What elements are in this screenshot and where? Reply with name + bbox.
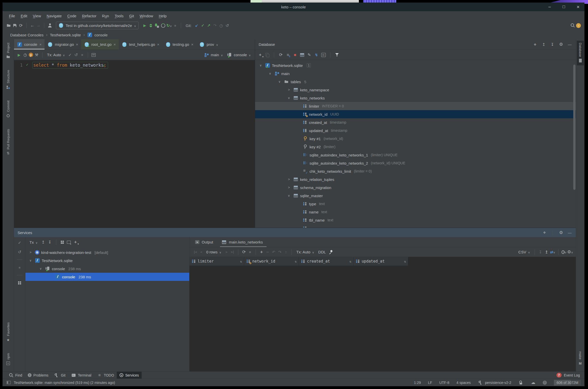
chevron-down-icon[interactable] [268, 72, 273, 75]
refresh-button[interactable] [278, 52, 283, 57]
page-size-select[interactable]: 0 rows [205, 250, 223, 254]
tab-console[interactable]: console [14, 39, 45, 50]
close-icon[interactable] [157, 42, 159, 47]
chevron-right-icon[interactable] [28, 251, 33, 254]
tab-testing-go[interactable]: testing.go [163, 39, 197, 50]
sort-arrows-icon[interactable] [295, 259, 297, 264]
run-button[interactable] [142, 23, 147, 28]
sync-button[interactable] [18, 23, 23, 28]
expand-all-button[interactable] [41, 240, 46, 245]
group-by-button[interactable] [60, 240, 65, 245]
rollback-button[interactable] [74, 52, 79, 57]
save-all-button[interactable] [12, 23, 17, 28]
settings-button[interactable] [34, 52, 39, 57]
run-configuration-combo[interactable]: Test in github.com/ory/keto/internal/e2e [56, 22, 139, 29]
ddl-button[interactable]: DDL [317, 250, 327, 254]
breadcrumb-item[interactable]: Database Consoles [10, 33, 43, 37]
stop-button[interactable] [173, 23, 178, 28]
chevron-down-icon[interactable] [28, 259, 33, 262]
service-row[interactable]: TestNetwork.sqlite [25, 256, 189, 265]
chevron-down-icon[interactable] [277, 80, 282, 83]
hide-services-button[interactable] [567, 230, 572, 235]
git-update-button[interactable] [194, 23, 199, 28]
table-column-row[interactable]: keto_networks [255, 94, 576, 102]
column-header-updated_at[interactable]: updated_at [354, 257, 408, 266]
compare-button[interactable] [550, 250, 555, 255]
tool-window-button-favorites[interactable]: Favorites [5, 320, 12, 344]
table-column-row[interactable]: TestNetwork.sqlite1 [255, 61, 576, 69]
table-column-row[interactable]: sqlite_autoindex_keto_networks_2(network… [255, 159, 576, 167]
git-cherry-pick-button[interactable] [212, 23, 217, 28]
parameters-button[interactable] [29, 53, 33, 57]
tool-window-button-find[interactable]: Find [6, 372, 25, 379]
output-console-button[interactable] [91, 52, 96, 57]
select-in-tree-button[interactable] [542, 230, 547, 235]
open-button[interactable] [6, 23, 11, 28]
menu-navigate[interactable]: Navigate [44, 14, 64, 18]
tool-window-button-structure[interactable]: Structure [5, 68, 12, 92]
session-select[interactable]: console [225, 52, 252, 57]
table-column-row[interactable]: updated_attimestamp [255, 126, 576, 135]
jump-to-console-button[interactable] [314, 52, 319, 57]
add-service-button[interactable] [73, 240, 78, 245]
reload-data-button[interactable] [241, 250, 246, 255]
schema-select[interactable]: main [202, 52, 225, 57]
tool-window-button-problems[interactable]: Problems [25, 372, 51, 379]
find-button[interactable] [277, 250, 282, 255]
table-column-row[interactable]: schema_migration [255, 183, 576, 192]
chevron-right-icon[interactable] [286, 88, 291, 92]
show-configurations-button[interactable] [17, 280, 22, 285]
ide-update-button[interactable] [576, 23, 581, 28]
memory-indicator[interactable]: 606 of 3072M [554, 380, 581, 385]
tab-root_test-go[interactable]: root_test.go [81, 39, 119, 50]
commit-button[interactable] [17, 240, 22, 245]
services-settings-button[interactable] [558, 230, 564, 235]
file-encoding[interactable]: UTF-8 [439, 381, 449, 385]
menu-window[interactable]: Window [137, 14, 156, 18]
import-data-button[interactable] [544, 250, 549, 255]
tool-window-button-make[interactable]: make [577, 349, 584, 368]
indent-size[interactable]: 4 spaces [457, 381, 471, 385]
table-column-row[interactable]: tbl_nametext [255, 216, 576, 224]
next-page-button[interactable] [224, 250, 229, 255]
select-opened-file-button[interactable] [533, 42, 538, 47]
pin-tab-button[interactable] [328, 250, 333, 255]
table-column-row[interactable]: network_idUUID [255, 110, 576, 118]
sql-statement[interactable]: select * from keto_networks; [32, 62, 108, 69]
menu-help[interactable]: Help [156, 14, 169, 18]
chevron-down-icon[interactable] [286, 96, 291, 100]
export-data-button[interactable] [538, 250, 543, 255]
rollback-button[interactable] [17, 249, 22, 254]
inspections-status-icon[interactable] [101, 63, 107, 68]
forward-button[interactable] [36, 23, 41, 28]
table-column-row[interactable]: tables5 [255, 78, 576, 86]
table-column-row[interactable]: sqlite_master [255, 192, 576, 200]
git-push-button[interactable] [206, 23, 211, 28]
export-format-select[interactable]: CSV [517, 250, 532, 254]
scrollbar-thumb[interactable] [573, 65, 576, 190]
inspections-widget[interactable] [543, 381, 547, 385]
menu-file[interactable]: File [6, 14, 18, 18]
result-grid-body[interactable] [189, 266, 576, 371]
service-row[interactable]: console238 ms [25, 265, 189, 273]
filter-button[interactable] [334, 52, 340, 57]
sort-arrows-icon[interactable] [240, 259, 242, 264]
sync-schemas-button[interactable] [285, 52, 290, 57]
service-row[interactable]: kind-watcherx-integration-test[default] [25, 248, 189, 256]
table-column-row[interactable]: chk_keto_networks_limit(limiter = 0) [255, 167, 576, 175]
column-header-limiter[interactable]: limiter [189, 257, 244, 266]
layout-icon[interactable] [6, 380, 11, 385]
tool-window-button-git[interactable]: Git [51, 372, 68, 379]
git-commit-button[interactable] [200, 23, 205, 28]
first-page-button[interactable] [193, 250, 198, 255]
cancel-running-statements-button[interactable] [292, 52, 298, 57]
chevron-down-icon[interactable] [216, 42, 218, 47]
menu-git[interactable]: Git [126, 14, 137, 18]
tab-migrator-go[interactable]: migrator.go [45, 39, 81, 50]
add-data-source-button[interactable] [258, 52, 263, 57]
table-column-row[interactable]: nametext [255, 208, 576, 216]
table-column-row[interactable]: sqlite_autoindex_keto_networks_1(limiter… [255, 151, 576, 159]
query-console-button[interactable] [321, 52, 326, 57]
tx-mode-select[interactable]: Tx: Auto [46, 53, 66, 57]
expand-all-button[interactable] [541, 42, 546, 47]
